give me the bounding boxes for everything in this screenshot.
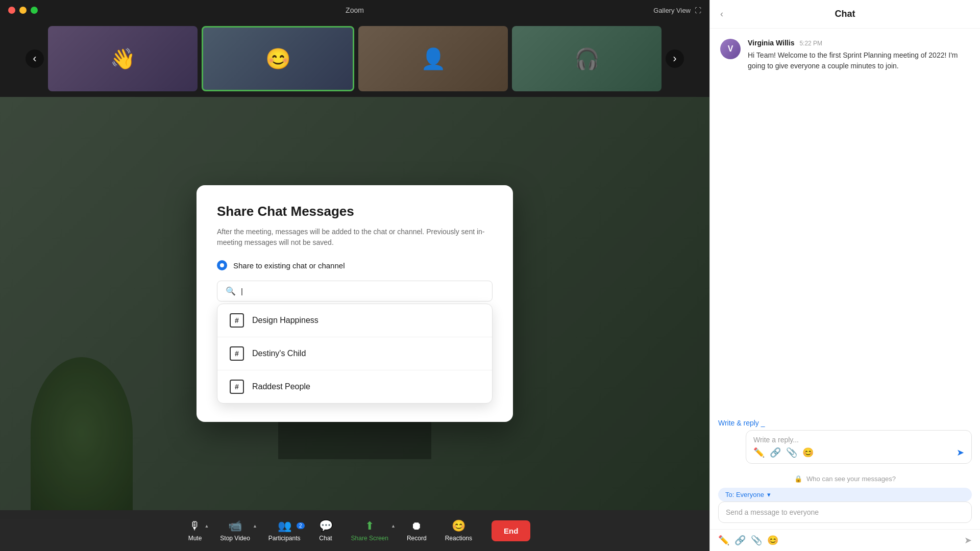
chat-tool-edit-icon[interactable]: ✏️ xyxy=(718,535,729,546)
channel-item-3[interactable]: # Raddest People xyxy=(217,370,492,403)
fullscreen-icon[interactable]: ⛶ xyxy=(695,7,701,14)
app-title: Zoom xyxy=(346,6,364,14)
close-dot[interactable] xyxy=(8,7,15,14)
end-button[interactable]: End xyxy=(492,520,530,541)
title-bar-right: Gallery View ⛶ xyxy=(653,7,701,14)
reply-area: Write a reply... ✏️ 🔗 📎 😊 ➤ xyxy=(746,430,972,464)
channel-search-container[interactable]: 🔍 | xyxy=(217,281,493,302)
channel-search-input[interactable]: | xyxy=(241,287,484,295)
write-reply-label: Write & reply _ xyxy=(710,416,980,430)
mute-label: Mute xyxy=(188,535,202,542)
stop-video-chevron[interactable]: ▲ xyxy=(253,523,257,529)
gallery-item-1[interactable]: 👋 xyxy=(48,26,198,91)
channel-hash-icon-2: # xyxy=(230,346,244,361)
channel-hash-icon-3: # xyxy=(230,380,244,394)
lock-icon: 🔒 xyxy=(794,475,802,483)
participant-thumb-2: 😊 xyxy=(203,28,353,90)
who-can-see-area: 🔒 Who can see your messages? xyxy=(710,470,980,488)
chat-messages: V Virginia Willis 5:22 PM Hi Team! Welco… xyxy=(710,29,980,416)
write-reply-text: Write & reply _ xyxy=(718,419,765,427)
channel-item-2[interactable]: # Destiny's Child xyxy=(217,337,492,370)
reply-input[interactable]: Write a reply... xyxy=(753,436,964,444)
channel-name-1: Design Happiness xyxy=(252,316,318,325)
gallery-prev-button[interactable]: ‹ xyxy=(26,49,44,68)
record-label: Record xyxy=(407,535,427,542)
channel-item-1[interactable]: # Design Happiness xyxy=(217,304,492,337)
gallery-view-label[interactable]: Gallery View xyxy=(653,7,691,14)
toolbar-stop-video[interactable]: ▲ 📹 Stop Video xyxy=(211,519,259,542)
participants-icon: 👥 xyxy=(278,519,291,533)
chat-title: Chat xyxy=(835,9,855,19)
message-group-1: V Virginia Willis 5:22 PM Hi Team! Welco… xyxy=(720,39,970,71)
gallery-item-2[interactable]: 😊 xyxy=(202,26,354,91)
mute-chevron[interactable]: ▲ xyxy=(204,523,209,529)
participants-label: Participants xyxy=(268,535,301,542)
toolbar-reactions[interactable]: 😊 Reactions xyxy=(436,519,481,542)
minimize-dot[interactable] xyxy=(19,7,27,14)
reply-tool-link-icon[interactable]: 🔗 xyxy=(770,447,781,458)
participant-thumb-1: 👋 xyxy=(48,26,198,91)
gallery-item-3[interactable]: 👤 xyxy=(358,26,508,91)
modal-description: After the meeting, messages will be adde… xyxy=(217,227,493,248)
toolbar-mute[interactable]: ▲ 🎙 Mute xyxy=(179,519,211,542)
reply-send-icon[interactable]: ➤ xyxy=(957,447,964,458)
chat-send-icon[interactable]: ➤ xyxy=(964,535,972,546)
stop-video-icon: 📹 xyxy=(228,519,242,533)
participant-thumb-4: 🎧 xyxy=(512,26,662,91)
message-meta-1: Virginia Willis 5:22 PM xyxy=(748,39,970,47)
chat-tool-emoji-icon[interactable]: 😊 xyxy=(767,535,778,546)
gallery-next-button[interactable]: › xyxy=(666,49,684,68)
reply-tool-emoji-icon[interactable]: 😊 xyxy=(802,447,814,458)
reply-toolbar: ✏️ 🔗 📎 😊 ➤ xyxy=(753,444,964,458)
toolbar-participants[interactable]: 2 👥 Participants xyxy=(259,519,310,542)
chat-header: ‹ Chat xyxy=(710,0,980,29)
avatar-virginia: V xyxy=(720,39,741,59)
gallery-item-4[interactable]: 🎧 xyxy=(512,26,662,91)
stop-video-label: Stop Video xyxy=(220,535,250,542)
to-everyone-selector[interactable]: To: Everyone ▾ xyxy=(718,488,972,502)
chat-label: Chat xyxy=(319,535,332,542)
toolbar-record[interactable]: ⏺ Record xyxy=(398,519,436,542)
main-video: Share Chat Messages After the meeting, m… xyxy=(0,97,709,510)
reactions-label: Reactions xyxy=(445,535,472,542)
share-screen-icon: ⬆ xyxy=(365,519,374,533)
to-everyone-label: To: Everyone xyxy=(725,491,764,498)
reply-tool-attach-icon[interactable]: 📎 xyxy=(786,447,797,458)
share-chevron[interactable]: ▲ xyxy=(391,523,396,529)
toolbar-chat[interactable]: 💬 Chat xyxy=(310,519,342,542)
message-text-1: Hi Team! Welcome to the first Sprint Pla… xyxy=(748,50,970,71)
gallery-strip: ‹ 👋 😊 👤 🎧 › xyxy=(0,20,709,97)
record-icon: ⏺ xyxy=(411,519,422,533)
share-chat-modal: Share Chat Messages After the meeting, m… xyxy=(197,185,513,422)
mute-icon: 🎙 xyxy=(189,519,201,533)
channel-hash-icon-1: # xyxy=(230,313,244,328)
channel-dropdown-list: # Design Happiness # Destiny's Child # R… xyxy=(217,304,493,404)
radio-button-existing[interactable] xyxy=(217,260,227,270)
chat-bottom-toolbar: ✏️ 🔗 📎 😊 ➤ xyxy=(710,529,980,551)
chat-collapse-icon[interactable]: ‹ xyxy=(720,9,723,19)
participants-badge: 2 xyxy=(297,522,305,529)
bottom-toolbar: ▲ 🎙 Mute ▲ 📹 Stop Video 2 👥 Participants… xyxy=(0,510,709,551)
toolbar-share-screen[interactable]: ▲ ⬆ Share Screen xyxy=(342,519,398,542)
modal-overlay: Share Chat Messages After the meeting, m… xyxy=(0,97,709,510)
reply-tool-edit-icon[interactable]: ✏️ xyxy=(753,447,765,458)
channel-name-3: Raddest People xyxy=(252,382,310,391)
chat-tool-link-icon[interactable]: 🔗 xyxy=(734,535,746,546)
title-bar: Zoom Gallery View ⛶ xyxy=(0,0,709,20)
share-screen-label: Share Screen xyxy=(351,535,388,542)
radio-option-existing[interactable]: Share to existing chat or channel xyxy=(217,260,493,270)
to-everyone-chevron: ▾ xyxy=(767,491,771,498)
message-content-1: Virginia Willis 5:22 PM Hi Team! Welcome… xyxy=(748,39,970,71)
reactions-icon: 😊 xyxy=(452,519,465,533)
chat-sidebar: ‹ Chat V Virginia Willis 5:22 PM Hi Team… xyxy=(709,0,980,551)
who-can-see-text: Who can see your messages? xyxy=(806,475,896,483)
message-input-area[interactable]: Send a message to everyone xyxy=(718,502,972,523)
chat-icon: 💬 xyxy=(319,519,333,533)
modal-title: Share Chat Messages xyxy=(217,204,493,219)
window-controls xyxy=(8,7,38,14)
chat-tool-attach-icon[interactable]: 📎 xyxy=(751,535,762,546)
maximize-dot[interactable] xyxy=(31,7,38,14)
message-input[interactable]: Send a message to everyone xyxy=(726,508,964,516)
search-icon: 🔍 xyxy=(226,286,236,296)
participant-thumb-3: 👤 xyxy=(358,26,508,91)
